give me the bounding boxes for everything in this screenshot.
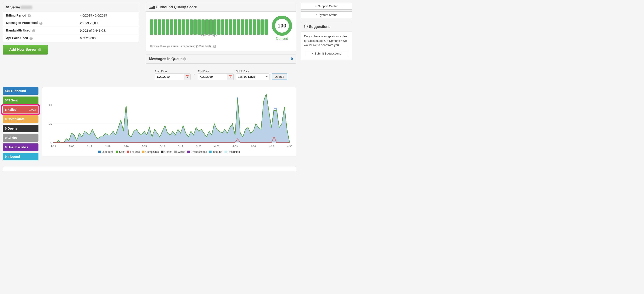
quality-score: 100 (278, 22, 286, 29)
messages-label: Messages Processed (6, 21, 38, 24)
quality-panel: Outbound Quality Score Last 30 Days 100 … (146, 3, 296, 51)
svg-text:2-12: 2-12 (87, 145, 92, 148)
row-api-calls: Api Calls Used ? 0 of 20,000 (3, 34, 139, 42)
svg-text:4-23: 4-23 (269, 145, 274, 148)
help-icon[interactable]: ? (39, 22, 42, 25)
svg-text:4-09: 4-09 (232, 145, 238, 148)
stat-unsubscribes[interactable]: 0 Unsubscribes (3, 143, 38, 151)
messages-value-strong: 258 (80, 21, 86, 25)
help-icon[interactable]: ? (183, 57, 186, 60)
queue-title: Messages In Queue (149, 57, 182, 61)
calendar-icon[interactable]: 📅 (184, 73, 190, 80)
quick-date-select[interactable]: Last 90 Days (236, 73, 270, 80)
help-icon[interactable]: ? (213, 45, 216, 48)
end-date-input[interactable] (198, 73, 227, 80)
queue-panel: Messages In Queue ? 0 (146, 54, 296, 64)
stat-sent[interactable]: 543 Sent (3, 96, 38, 104)
stat-complaints[interactable]: 0 Complaints (3, 115, 38, 123)
api-value-rest: of 20,000 (82, 36, 96, 40)
svg-text:3-19: 3-19 (178, 145, 183, 148)
svg-text:10: 10 (49, 122, 52, 125)
chart-panel: 010201-292-052-122-192-263-053-123-193-2… (42, 87, 296, 156)
stat-opens[interactable]: 0 Opens (3, 125, 38, 132)
submit-suggestions-button[interactable]: Submit Suggestions (304, 50, 349, 57)
help-icon[interactable]: ? (30, 37, 33, 40)
stat-clicks[interactable]: 0 Clicks (3, 134, 38, 142)
svg-text:4-16: 4-16 (251, 145, 256, 148)
system-status-link[interactable]: System Status (301, 11, 352, 18)
server-panel-title: Serve (3, 3, 139, 12)
suggestions-title: Suggestions (309, 25, 330, 29)
row-bandwidth: Bandwidth Used ? 0.002 of 2.441 GB (3, 27, 139, 34)
svg-text:4-30: 4-30 (287, 145, 292, 148)
suggestions-panel: Suggestions Do you have a suggestion or … (301, 22, 352, 60)
calendar-icon[interactable]: 📅 (227, 73, 234, 80)
quality-donut: 100 (272, 16, 292, 36)
start-date-input[interactable] (155, 73, 184, 80)
help-icon[interactable]: ? (32, 29, 35, 32)
bandwidth-label: Bandwidth Used (6, 28, 31, 32)
quality-current: Current (272, 37, 292, 41)
svg-text:0: 0 (50, 141, 52, 144)
svg-text:1-29: 1-29 (51, 145, 56, 148)
svg-text:3-05: 3-05 (142, 145, 147, 148)
stat-failed[interactable]: 6 Failed1.09% (3, 106, 38, 113)
activity-chart: 010201-292-052-122-192-263-053-123-193-2… (46, 91, 292, 149)
billing-period-label: Billing Period (6, 14, 26, 17)
end-date-label: End Date (198, 70, 234, 73)
stat-inbound[interactable]: 0 Inbound (3, 153, 38, 160)
server-title-text: Serve (10, 5, 20, 9)
svg-text:3-12: 3-12 (160, 145, 165, 148)
quick-date-label: Quick Date (236, 70, 270, 73)
svg-text:2-19: 2-19 (105, 145, 110, 148)
stat-badges: 549 Outbound 543 Sent 6 Failed1.09% 0 Co… (3, 87, 38, 162)
svg-text:2-05: 2-05 (69, 145, 74, 148)
external-icon (312, 52, 314, 55)
help-icon[interactable]: ? (28, 14, 31, 17)
quality-title: Outbound Quality Score (156, 5, 197, 9)
stat-outbound[interactable]: 549 Outbound (3, 87, 38, 95)
messages-value-rest: of 20,000 (86, 21, 99, 25)
add-server-button[interactable]: Add New Server ? (3, 45, 48, 54)
svg-text:2-26: 2-26 (124, 145, 128, 148)
api-label: Api Calls Used (6, 36, 28, 40)
quality-bars (150, 19, 268, 35)
support-center-link[interactable]: Support Center (301, 3, 352, 9)
queue-value: 0 (291, 57, 293, 61)
chart-legend: Outbound Sent Failures Complaints Opens … (46, 150, 292, 153)
collapsed-panel (3, 166, 296, 171)
row-messages-processed: Messages Processed ? 258 of 20,000 (3, 19, 139, 27)
svg-text:3-26: 3-26 (196, 145, 201, 148)
date-separator: - (193, 72, 196, 77)
help-icon: ? (38, 48, 41, 51)
billing-period-value: 4/6/2019 - 5/6/2019 (80, 14, 107, 17)
external-icon (316, 13, 318, 16)
quality-footer: How we think your email is performing (1… (150, 45, 212, 48)
server-name-redacted (20, 5, 32, 9)
update-button[interactable]: Update (272, 73, 287, 80)
bandwidth-value-strong: 0.002 (80, 28, 88, 32)
bandwidth-value-rest: of 2.441 GB (88, 29, 106, 32)
mail-icon (6, 5, 10, 9)
start-date-label: Start Date (155, 70, 190, 73)
row-billing-period: Billing Period ? 4/6/2019 - 5/6/2019 (3, 12, 139, 19)
info-icon (304, 24, 309, 29)
svg-text:4-02: 4-02 (214, 145, 219, 148)
date-filter-row: Start Date 📅 - End Date 📅 (146, 67, 296, 83)
bars-icon (149, 5, 156, 9)
external-icon (315, 4, 318, 8)
server-panel: Serve Billing Period ? 4/6/2019 - 5/6/20… (3, 3, 139, 42)
svg-line-0 (42, 87, 47, 91)
svg-text:20: 20 (49, 104, 52, 106)
suggestions-body: Do you have a suggestion or idea for Soc… (301, 31, 352, 50)
